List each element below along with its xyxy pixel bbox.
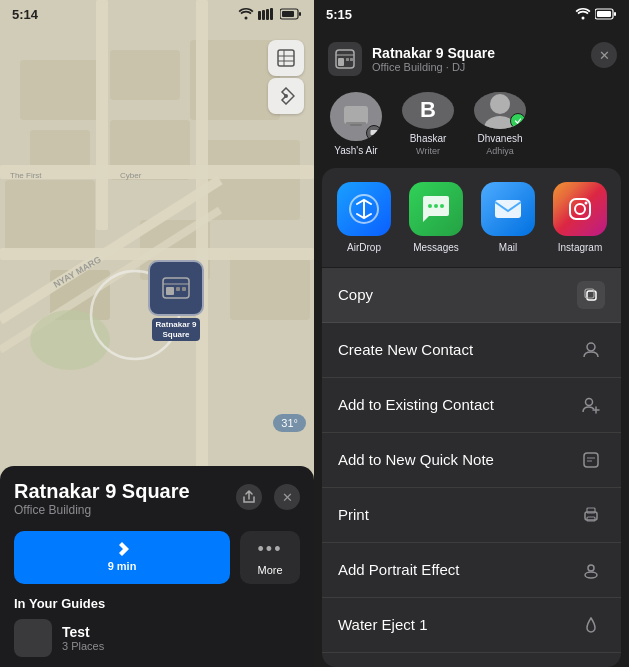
printer-icon (577, 501, 605, 529)
svg-point-40 (582, 17, 585, 20)
person-sub-dhvanesh: Adhiya (486, 146, 514, 156)
svg-rect-42 (597, 11, 611, 17)
svg-text:The First: The First (10, 171, 42, 180)
svg-rect-13 (96, 0, 108, 230)
svg-rect-26 (270, 8, 273, 20)
time-left: 5:14 (12, 7, 38, 22)
directions-button[interactable]: 9 min (14, 531, 230, 584)
close-card-button[interactable]: ✕ (274, 484, 300, 510)
svg-rect-51 (350, 124, 362, 126)
svg-rect-75 (587, 517, 595, 521)
svg-rect-29 (299, 12, 301, 16)
person-avatar-dhvanesh (474, 92, 526, 129)
info-actions: 9 min ••• More (14, 531, 300, 584)
status-bar-left: 5:14 (0, 0, 314, 28)
apps-section: AirDrop Messages Mail (322, 168, 621, 267)
instagram-icon (553, 182, 607, 236)
svg-rect-64 (587, 291, 596, 300)
left-panel: NYAY MARG The First Cyber 5:14 Ratnakar … (0, 0, 314, 667)
map-controls (268, 40, 304, 114)
svg-rect-37 (166, 287, 174, 295)
person-sub-bhaskar: Writer (416, 146, 440, 156)
person-item[interactable]: Dhvanesh Adhiya (472, 92, 528, 156)
share-sheet: Ratnakar 9 Square Office Building · DJ ✕… (314, 30, 629, 667)
location-btn[interactable] (268, 78, 304, 114)
person-avatar-bhaskar: B (402, 92, 454, 129)
info-card: Ratnakar 9 Square Office Building ✕ 9 mi… (0, 466, 314, 667)
right-panel: 5:15 Ratnakar 9 Square Office Building ·… (314, 0, 629, 667)
note-icon (577, 446, 605, 474)
action-print-label: Print (338, 506, 369, 523)
share-subtitle: Office Building · DJ (372, 61, 495, 73)
svg-rect-30 (278, 50, 294, 66)
action-water-label: Water Eject 1 (338, 616, 427, 633)
status-icons-left (238, 8, 302, 20)
action-portrait-label: Add Portrait Effect (338, 561, 459, 578)
app-item-mail[interactable]: Mail (476, 182, 540, 253)
action-print[interactable]: Print (322, 488, 621, 543)
action-quick-note-label: Add to New Quick Note (338, 451, 494, 468)
info-card-header: Ratnakar 9 Square Office Building ✕ (14, 480, 300, 527)
action-create-contact[interactable]: Create New Contact (322, 323, 621, 378)
svg-point-34 (284, 94, 288, 98)
svg-rect-25 (266, 9, 269, 20)
pin-label: Ratnakar 9Square (152, 318, 201, 341)
person-item[interactable]: Yash's Air (328, 92, 384, 156)
in-guides-label: In Your Guides (14, 596, 300, 611)
svg-point-22 (245, 17, 248, 20)
svg-point-67 (586, 398, 593, 405)
svg-rect-39 (182, 287, 186, 291)
person-add-icon (577, 391, 605, 419)
svg-rect-60 (495, 200, 521, 218)
svg-point-63 (585, 201, 588, 204)
map-view-btn[interactable] (268, 40, 304, 76)
app-item-airdrop[interactable]: AirDrop (332, 182, 396, 253)
svg-point-66 (587, 343, 595, 351)
svg-rect-3 (110, 50, 180, 100)
svg-point-58 (434, 204, 438, 208)
guide-count: 3 Places (62, 640, 104, 652)
svg-rect-11 (0, 165, 314, 179)
share-header-icon (328, 42, 362, 76)
guide-item: Test 3 Places (14, 619, 300, 657)
more-button[interactable]: ••• More (240, 531, 300, 584)
svg-rect-24 (262, 10, 265, 20)
person-icon (577, 336, 605, 364)
svg-rect-49 (344, 106, 368, 124)
portrait-icon (577, 556, 605, 584)
time-right: 5:15 (326, 7, 352, 22)
weather-badge: 31° (273, 414, 306, 432)
app-item-instagram[interactable]: Instagram (548, 182, 611, 253)
action-water[interactable]: Water Eject 1 (322, 598, 621, 653)
svg-rect-2 (30, 130, 90, 170)
action-portrait[interactable]: Add Portrait Effect (322, 543, 621, 598)
map-pin: Ratnakar 9Square (148, 260, 204, 341)
guide-thumbnail (14, 619, 52, 657)
action-copy-label: Copy (338, 286, 373, 303)
action-add-contact[interactable]: Add to Existing Contact (322, 378, 621, 433)
share-close-button[interactable]: ✕ (591, 42, 617, 68)
action-pdf[interactable]: Make PDF (322, 653, 621, 667)
share-title: Ratnakar 9 Square (372, 45, 495, 61)
app-item-messages[interactable]: Messages (404, 182, 468, 253)
guide-title: Test (62, 624, 104, 640)
svg-rect-70 (584, 453, 598, 467)
green-badge (510, 113, 526, 129)
share-button[interactable] (236, 484, 262, 510)
pin-card (148, 260, 204, 316)
action-copy[interactable]: Copy (322, 268, 621, 323)
person-item[interactable]: B Bhaskar Writer (400, 92, 456, 156)
share-header-text: Ratnakar 9 Square Office Building · DJ (372, 45, 495, 73)
action-list: Copy Create New Contact Add to Existing … (322, 268, 621, 667)
action-quick-note[interactable]: Add to New Quick Note (322, 433, 621, 488)
svg-rect-48 (350, 58, 353, 61)
messages-icon (409, 182, 463, 236)
svg-rect-1 (20, 60, 100, 120)
svg-rect-52 (371, 130, 378, 135)
svg-rect-46 (338, 58, 344, 66)
app-label-mail: Mail (499, 242, 517, 253)
action-create-contact-label: Create New Contact (338, 341, 473, 358)
location-subtitle: Office Building (14, 503, 190, 517)
share-header: Ratnakar 9 Square Office Building · DJ ✕ (314, 30, 629, 84)
person-name-yash: Yash's Air (334, 145, 377, 156)
